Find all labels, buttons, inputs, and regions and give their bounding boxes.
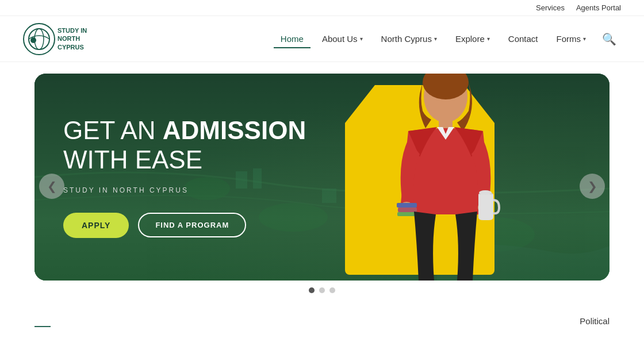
nav-item-explore[interactable]: Explore ▾ xyxy=(448,29,497,48)
main-nav: STUDY INNORTHCYPRUS Home About Us ▾ Nort… xyxy=(0,16,644,62)
agents-portal-link[interactable]: Agents Portal xyxy=(576,3,621,12)
top-bar: Services Agents Portal xyxy=(0,0,644,16)
apply-button[interactable]: APPLY xyxy=(63,213,129,238)
nav-link-north-cyprus[interactable]: North Cyprus ▾ xyxy=(374,29,444,48)
chevron-left-icon: ❮ xyxy=(47,179,57,193)
services-link[interactable]: Services xyxy=(536,3,565,12)
nav-link-explore[interactable]: Explore ▾ xyxy=(448,29,497,48)
svg-rect-15 xyxy=(397,203,417,208)
political-label: Political xyxy=(580,316,610,326)
nav-link-about-us[interactable]: About Us ▾ xyxy=(315,29,370,48)
nav-links: Home About Us ▾ North Cyprus ▾ Explore ▾… xyxy=(274,29,593,48)
chevron-right-icon: ❯ xyxy=(588,179,597,193)
search-button[interactable]: 🔍 xyxy=(597,28,621,51)
nav-link-contact[interactable]: Contact xyxy=(501,29,545,48)
next-arrow-button[interactable]: ❯ xyxy=(580,174,605,199)
bottom-hint: — Political xyxy=(0,310,644,340)
nav-item-home[interactable]: Home xyxy=(274,29,310,48)
nav-link-forms[interactable]: Forms ▾ xyxy=(550,29,593,48)
nav-item-north-cyprus[interactable]: North Cyprus ▾ xyxy=(374,29,444,48)
slide-dots xyxy=(34,287,610,293)
nav-item-forms[interactable]: Forms ▾ xyxy=(550,29,593,48)
logo-text: STUDY INNORTHCYPRUS xyxy=(57,26,87,51)
search-icon: 🔍 xyxy=(602,33,616,45)
logo-icon xyxy=(23,23,55,55)
slide-buttons: APPLY FIND A PROGRAM xyxy=(63,213,322,238)
slide-dot-2[interactable] xyxy=(319,287,325,293)
chevron-down-icon: ▾ xyxy=(434,36,437,42)
svg-rect-17 xyxy=(397,212,417,216)
find-program-button[interactable]: FIND A PROGRAM xyxy=(138,213,246,237)
slide-dot-3[interactable] xyxy=(329,287,335,293)
slide-content: GET AN ADMISSION WITH EASE STUDY IN NORT… xyxy=(34,74,351,281)
slide-1: GET AN ADMISSION WITH EASE STUDY IN NORT… xyxy=(34,74,610,281)
nav-item-about-us[interactable]: About Us ▾ xyxy=(315,29,370,48)
scroll-down-arrow[interactable]: — xyxy=(34,316,51,335)
slide-subtitle: STUDY IN NORTH CYPRUS xyxy=(63,186,322,194)
logo[interactable]: STUDY INNORTHCYPRUS xyxy=(23,23,87,55)
slide-dot-1[interactable] xyxy=(309,287,315,293)
hero-slider: GET AN ADMISSION WITH EASE STUDY IN NORT… xyxy=(0,62,644,310)
chevron-down-icon: ▾ xyxy=(487,36,490,42)
student-figure xyxy=(356,74,535,281)
svg-point-19 xyxy=(479,190,492,195)
nav-link-home[interactable]: Home xyxy=(274,29,310,48)
prev-arrow-button[interactable]: ❮ xyxy=(39,174,64,199)
chevron-down-icon: ▾ xyxy=(360,36,363,42)
slide-title: GET AN ADMISSION WITH EASE xyxy=(63,116,322,174)
chevron-down-icon: ▾ xyxy=(583,36,586,42)
svg-rect-16 xyxy=(398,208,417,212)
nav-item-contact[interactable]: Contact xyxy=(501,29,545,48)
